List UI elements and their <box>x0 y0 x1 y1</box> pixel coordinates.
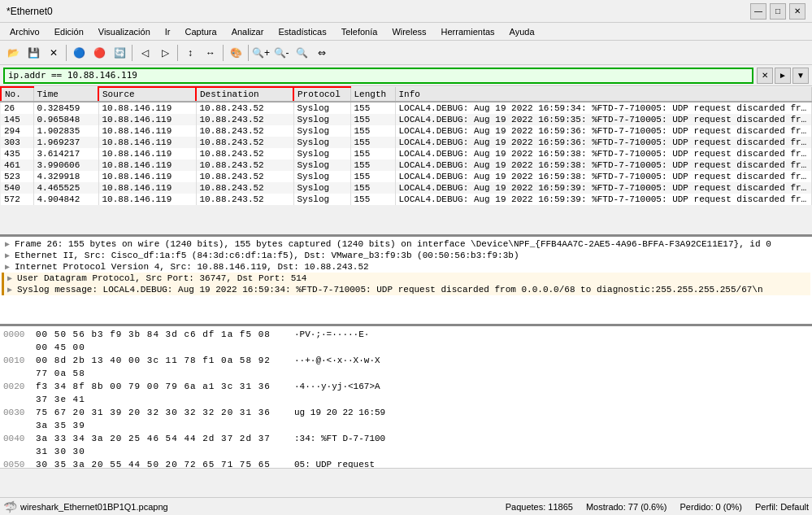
table-cell: 294 <box>1 125 33 137</box>
zoom-in-button[interactable]: 🔍+ <box>251 43 271 63</box>
hex-row: 00403a 33 34 3a 20 25 46 54 44 2d 37 2d … <box>3 432 809 458</box>
table-row[interactable]: 260.32845910.88.146.11910.88.243.52Syslo… <box>1 102 812 114</box>
menu-analizar[interactable]: Analizar <box>225 25 271 38</box>
table-cell: LOCAL4.DEBUG: Aug 19 2022 16:59:36: %FTD… <box>395 137 812 148</box>
packet-table-scroll[interactable]: No. Time Source Destination Protocol Len… <box>0 86 812 234</box>
window-controls[interactable]: — □ ✕ <box>750 3 805 20</box>
minimize-button[interactable]: — <box>750 3 766 20</box>
status-left: 🦈 wireshark_Ethernet01BP1Q1.pcapng <box>3 500 168 513</box>
menu-edicion[interactable]: Edición <box>48 25 90 38</box>
table-cell: Syslog <box>293 159 350 171</box>
menu-telefonia[interactable]: Telefonía <box>335 25 384 38</box>
table-row[interactable]: 1450.96584810.88.146.11910.88.243.52Sysl… <box>1 114 812 125</box>
stop-capture-button[interactable]: 🔴 <box>89 43 109 63</box>
table-cell: 4.329918 <box>33 171 98 182</box>
filter-clear-button[interactable]: ✕ <box>757 68 773 84</box>
table-row[interactable]: 5234.32991810.88.146.11910.88.243.52Sysl… <box>1 171 812 182</box>
menu-captura[interactable]: Captura <box>179 25 224 38</box>
table-cell: 10.88.146.119 <box>98 159 196 171</box>
filter-input[interactable] <box>3 68 753 84</box>
open-button[interactable]: 📂 <box>3 43 23 63</box>
goto-button[interactable]: ↕ <box>180 43 200 63</box>
resize-columns-button[interactable]: ⇔ <box>312 43 332 63</box>
filter-dropdown-button[interactable]: ▼ <box>792 68 809 84</box>
table-cell: LOCAL4.DEBUG: Aug 19 2022 16:59:38: %FTD… <box>395 148 812 159</box>
detail-item[interactable]: ▶ Internet Protocol Version 4, Src: 10.8… <box>2 261 810 273</box>
detail-item[interactable]: ▶ Frame 26: 155 bytes on wire (1240 bits… <box>2 238 810 250</box>
table-row[interactable]: 2941.90283510.88.146.11910.88.243.52Sysl… <box>1 125 812 137</box>
table-row[interactable]: 3031.96923710.88.146.11910.88.243.52Sysl… <box>1 137 812 148</box>
close-file-button[interactable]: ✕ <box>44 43 63 63</box>
table-cell: 10.88.243.52 <box>196 102 293 114</box>
menu-ayuda[interactable]: Ayuda <box>503 25 541 38</box>
table-cell: 10.88.243.52 <box>196 114 293 125</box>
menu-archivo[interactable]: Archivo <box>3 25 46 38</box>
table-cell: 155 <box>350 125 395 137</box>
zoom-out-button[interactable]: 🔍- <box>271 43 291 63</box>
file-icon: 🦈 <box>3 500 17 513</box>
col-header-protocol[interactable]: Protocol <box>293 87 350 102</box>
table-cell: 435 <box>1 148 33 159</box>
start-capture-button[interactable]: 🔵 <box>69 43 89 63</box>
table-cell: Syslog <box>293 182 350 194</box>
close-button[interactable]: ✕ <box>789 3 805 20</box>
detail-text: Internet Protocol Version 4, Src: 10.88.… <box>15 262 807 272</box>
hex-content: 000000 50 56 b3 f9 3b 84 3d c6 df 1a f5 … <box>0 326 812 468</box>
table-cell: 10.88.146.119 <box>98 125 196 137</box>
table-row[interactable]: 5404.46552510.88.146.11910.88.243.52Sysl… <box>1 182 812 194</box>
restart-capture-button[interactable]: 🔄 <box>110 43 129 63</box>
table-cell: LOCAL4.DEBUG: Aug 19 2022 16:59:35: %FTD… <box>395 114 812 125</box>
detail-item[interactable]: ▶ User Datagram Protocol, Src Port: 3674… <box>2 273 810 284</box>
menu-estadisticas[interactable]: Estadísticas <box>271 25 332 38</box>
menu-ir[interactable]: Ir <box>158 25 177 38</box>
table-row[interactable]: 4353.61421710.88.146.11910.88.243.52Sysl… <box>1 148 812 159</box>
table-cell: Syslog <box>293 114 350 125</box>
save-button[interactable]: 💾 <box>24 43 43 63</box>
hex-bytes: 00 8d 2b 13 40 00 3c 11 78 f1 0a 58 92 7… <box>36 354 288 380</box>
maximize-button[interactable]: □ <box>770 3 786 20</box>
hex-offset: 0010 <box>3 354 36 380</box>
detail-arrow-icon: ▶ <box>7 285 17 295</box>
table-cell: 303 <box>1 137 33 148</box>
main-content: No. Time Source Destination Protocol Len… <box>0 86 812 497</box>
menu-wireless[interactable]: Wireless <box>385 25 432 38</box>
hex-ascii: ·PV·;·=·····E· <box>288 328 809 354</box>
hex-row: 005030 35 3a 20 55 44 50 20 72 65 71 75 … <box>3 458 809 469</box>
colorize-button[interactable]: 🎨 <box>226 43 245 63</box>
col-header-length[interactable]: Length <box>350 87 395 102</box>
hex-row: 003075 67 20 31 39 20 32 30 32 32 20 31 … <box>3 406 809 432</box>
col-header-source[interactable]: Source <box>98 87 196 102</box>
table-cell: 461 <box>1 159 33 171</box>
detail-item[interactable]: ▶ Syslog message: LOCAL4.DEBUG: Aug 19 2… <box>2 284 810 295</box>
scroll-button[interactable]: ↔ <box>201 43 220 63</box>
back-button[interactable]: ◁ <box>135 43 154 63</box>
hex-bytes: f3 34 8f 8b 00 79 00 79 6a a1 3c 31 36 3… <box>36 380 288 406</box>
status-filename: wireshark_Ethernet01BP1Q1.pcapng <box>20 502 168 512</box>
packet-table: No. Time Source Destination Protocol Len… <box>0 86 812 205</box>
hex-row: 001000 8d 2b 13 40 00 3c 11 78 f1 0a 58 … <box>3 354 809 380</box>
table-cell: Syslog <box>293 148 350 159</box>
col-header-info[interactable]: Info <box>395 87 812 102</box>
zoom-normal-button[interactable]: 🔍 <box>292 43 311 63</box>
forward-button[interactable]: ▷ <box>155 43 175 63</box>
col-header-no[interactable]: No. <box>1 87 33 102</box>
table-row[interactable]: 5724.90484210.88.146.11910.88.243.52Sysl… <box>1 194 812 205</box>
menu-herramientas[interactable]: Herramientas <box>435 25 502 38</box>
col-header-time[interactable]: Time <box>33 87 98 102</box>
menu-visualizacion[interactable]: Visualización <box>92 25 157 38</box>
col-header-destination[interactable]: Destination <box>196 87 293 102</box>
table-cell: 155 <box>350 194 395 205</box>
filter-apply-button[interactable]: ► <box>775 68 791 84</box>
filter-buttons: ✕ ► ▼ <box>757 68 809 84</box>
detail-item[interactable]: ▶ Ethernet II, Src: Cisco_df:1a:f5 (84:3… <box>2 250 810 261</box>
table-cell: 0.328459 <box>33 102 98 114</box>
table-cell: 10.88.243.52 <box>196 171 293 182</box>
table-row[interactable]: 4613.99060610.88.146.11910.88.243.52Sysl… <box>1 159 812 171</box>
status-dropped: Perdido: 0 (0%) <box>680 502 742 512</box>
hex-offset: 0000 <box>3 328 36 354</box>
detail-arrow-icon: ▶ <box>5 239 15 249</box>
table-cell: 10.88.146.119 <box>98 114 196 125</box>
hex-bytes: 3a 33 34 3a 20 25 46 54 44 2d 37 2d 37 3… <box>36 432 288 458</box>
table-cell: 155 <box>350 137 395 148</box>
status-packets: Paquetes: 11865 <box>506 502 573 512</box>
